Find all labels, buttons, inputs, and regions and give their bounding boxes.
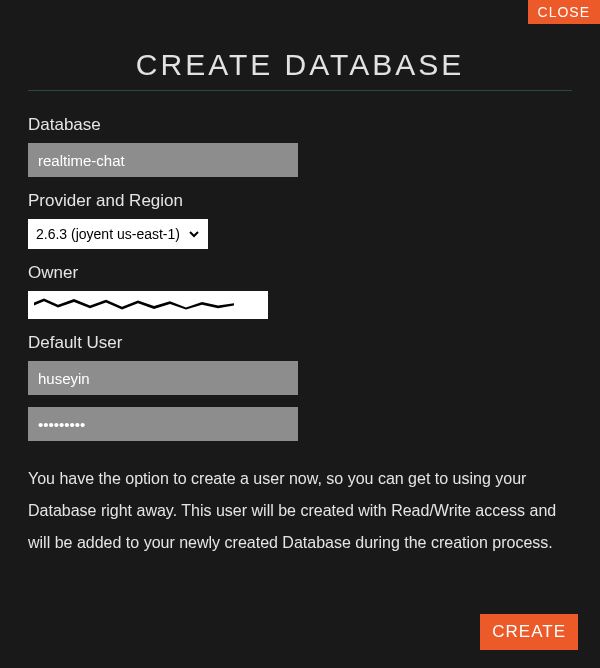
default-user-label: Default User <box>28 333 572 353</box>
provider-region-select[interactable]: 2.6.3 (joyent us-east-1) <box>28 219 202 249</box>
help-text: You have the option to create a user now… <box>28 463 572 559</box>
database-label: Database <box>28 115 572 135</box>
owner-input[interactable] <box>28 291 268 319</box>
owner-label: Owner <box>28 263 572 283</box>
dialog-content: CREATE DATABASE Database Provider and Re… <box>0 0 600 559</box>
database-input[interactable] <box>28 143 298 177</box>
provider-region-label: Provider and Region <box>28 191 572 211</box>
close-button[interactable]: CLOSE <box>528 0 600 24</box>
provider-region-select-wrap: 2.6.3 (joyent us-east-1) <box>28 219 208 249</box>
page-title: CREATE DATABASE <box>28 48 572 91</box>
default-user-input[interactable] <box>28 361 298 395</box>
create-button[interactable]: CREATE <box>480 614 578 650</box>
default-password-input[interactable] <box>28 407 298 441</box>
